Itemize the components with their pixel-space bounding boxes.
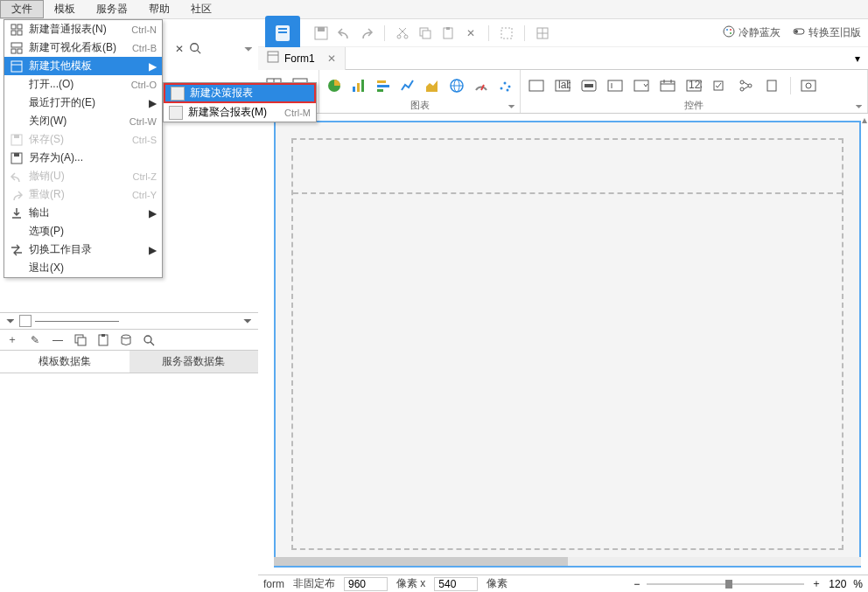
status-width-input[interactable]: 960 bbox=[344, 577, 388, 591]
svg-rect-32 bbox=[423, 31, 430, 38]
svg-line-21 bbox=[150, 342, 154, 345]
close-icon[interactable]: ✕ bbox=[175, 43, 184, 55]
menu-close[interactable]: 关闭(W) Ctrl-W bbox=[4, 112, 162, 130]
menu-file[interactable]: 文件 bbox=[0, 0, 44, 18]
tab-form1[interactable]: Form1 ✕ bbox=[258, 47, 346, 70]
zoom-out-icon[interactable]: − bbox=[634, 578, 640, 590]
widget-dropdown-icon[interactable] bbox=[633, 77, 650, 94]
scrollbar-thumb[interactable] bbox=[274, 557, 568, 566]
cut-icon[interactable] bbox=[394, 24, 411, 42]
design-canvas[interactable] bbox=[274, 121, 861, 568]
database-icon[interactable] bbox=[119, 333, 133, 347]
widget-checkbox-icon[interactable] bbox=[711, 77, 729, 94]
scatter-icon[interactable] bbox=[498, 77, 514, 94]
zoom-slider-knob[interactable] bbox=[725, 580, 732, 589]
save-icon[interactable] bbox=[312, 24, 330, 42]
stacked-bar-icon[interactable] bbox=[375, 77, 391, 94]
redo-icon[interactable] bbox=[358, 24, 375, 42]
scroll-up-icon[interactable]: ▴ bbox=[862, 114, 867, 126]
widget-label-icon[interactable]: lab bbox=[554, 77, 571, 94]
widget-tree-icon[interactable] bbox=[738, 77, 755, 94]
search-icon[interactable] bbox=[189, 42, 201, 57]
svg-rect-55 bbox=[361, 80, 364, 92]
gauge-icon[interactable] bbox=[473, 77, 489, 94]
tab-overflow-icon[interactable]: ▾ bbox=[850, 52, 864, 66]
menu-save-as[interactable]: 另存为(A)... bbox=[4, 149, 162, 167]
menu-recent[interactable]: 最近打开的(E) ▶ bbox=[4, 94, 162, 112]
menu-template[interactable]: 模板 bbox=[44, 0, 86, 18]
close-icon[interactable]: ✕ bbox=[327, 52, 336, 65]
delete-icon[interactable]: ✕ bbox=[462, 24, 480, 42]
copy-icon[interactable] bbox=[416, 24, 434, 42]
page-body-area[interactable] bbox=[293, 192, 842, 548]
select-all-icon[interactable] bbox=[498, 24, 515, 42]
menu-help[interactable]: 帮助 bbox=[138, 0, 180, 18]
edit-icon[interactable]: ✎ bbox=[28, 333, 42, 347]
paste-icon[interactable] bbox=[96, 333, 110, 347]
vertical-scrollbar[interactable]: ▴ bbox=[861, 114, 868, 557]
widget-rect-icon[interactable] bbox=[528, 77, 545, 94]
copy-icon[interactable] bbox=[74, 333, 88, 347]
globe-icon[interactable] bbox=[449, 77, 465, 94]
area-chart-icon[interactable] bbox=[424, 77, 440, 94]
menu-export[interactable]: 输出 ▶ bbox=[4, 204, 162, 222]
status-height-input[interactable]: 540 bbox=[434, 577, 478, 591]
menu-new-other[interactable]: 新建其他模板 ▶ bbox=[4, 57, 162, 75]
grid-icon[interactable] bbox=[534, 24, 551, 42]
widget-file-icon[interactable] bbox=[764, 77, 781, 94]
undo-icon[interactable] bbox=[335, 24, 353, 42]
switch-old-button[interactable]: 转换至旧版 bbox=[789, 25, 864, 40]
menu-community[interactable]: 社区 bbox=[180, 0, 222, 18]
svg-rect-54 bbox=[357, 83, 360, 92]
menu-server[interactable]: 服务器 bbox=[86, 0, 138, 18]
svg-point-90 bbox=[806, 83, 811, 88]
widget-date-icon[interactable] bbox=[659, 77, 676, 94]
submenu-decision-report[interactable]: 新建决策报表 bbox=[164, 83, 316, 103]
redo-icon bbox=[10, 188, 24, 202]
svg-rect-3 bbox=[18, 24, 22, 29]
widget-preview-icon[interactable] bbox=[800, 77, 817, 94]
line-chart-icon[interactable] bbox=[400, 77, 416, 94]
dataset-tabs: 模板数据集 服务器数据集 bbox=[0, 351, 258, 373]
widget-input-icon[interactable] bbox=[606, 77, 624, 94]
bar-chart-icon[interactable] bbox=[351, 77, 367, 94]
menu-undo-label: 撤销(U) bbox=[29, 169, 133, 184]
empty-icon bbox=[10, 115, 24, 129]
horizontal-scrollbar[interactable] bbox=[274, 557, 861, 566]
svg-point-39 bbox=[724, 26, 734, 37]
svg-rect-4 bbox=[11, 31, 16, 35]
tab-server-dataset[interactable]: 服务器数据集 bbox=[130, 351, 259, 373]
menu-new-dashboard-label: 新建可视化看板(B) bbox=[29, 40, 132, 55]
page-header-area[interactable] bbox=[291, 138, 844, 550]
widget-number-icon[interactable]: 123 bbox=[685, 77, 703, 94]
pie-chart-icon[interactable] bbox=[326, 77, 342, 94]
svg-rect-72 bbox=[584, 84, 593, 87]
menu-open[interactable]: 打开...(O) Ctrl-O bbox=[4, 75, 162, 94]
left-collapsed-row[interactable]: ⏷ ―――――――― ⏷ bbox=[0, 312, 258, 330]
widget-button-icon[interactable] bbox=[580, 77, 598, 94]
menu-new-dashboard[interactable]: 新建可视化看板(B) Ctrl-B bbox=[4, 38, 162, 57]
chevron-down-icon[interactable]: ⏷ bbox=[243, 43, 254, 55]
submenu-aggregate-report[interactable]: 新建聚合报表(M) Ctrl-M bbox=[164, 103, 316, 122]
menu-redo-label: 重做(R) bbox=[29, 187, 132, 202]
theme-button[interactable]: 冷静蓝灰 bbox=[719, 25, 784, 40]
chevron-down-icon[interactable]: ⏷ bbox=[508, 101, 516, 111]
svg-rect-58 bbox=[377, 89, 383, 92]
svg-rect-68 bbox=[529, 80, 543, 91]
chevron-down-icon[interactable]: ⏷ bbox=[855, 101, 864, 111]
svg-point-65 bbox=[504, 81, 507, 84]
delete-icon[interactable]: ― bbox=[51, 333, 65, 347]
search-icon[interactable] bbox=[142, 333, 156, 347]
svg-rect-34 bbox=[446, 27, 450, 30]
menu-switch-workdir[interactable]: 切换工作目录 ▶ bbox=[4, 240, 162, 259]
paste-icon[interactable] bbox=[439, 24, 457, 42]
zoom-slider[interactable] bbox=[647, 583, 804, 585]
zoom-in-icon[interactable]: ＋ bbox=[811, 576, 822, 591]
menu-exit[interactable]: 退出(X) bbox=[4, 259, 162, 277]
menu-new-report[interactable]: 新建普通报表(N) Ctrl-N bbox=[4, 20, 162, 38]
tab-template-dataset[interactable]: 模板数据集 bbox=[0, 351, 130, 373]
tab-form1-label: Form1 bbox=[284, 52, 315, 65]
add-icon[interactable]: ＋ bbox=[5, 333, 19, 347]
menu-options[interactable]: 选项(P) bbox=[4, 222, 162, 240]
dataset-toolbar: ＋ ✎ ― bbox=[0, 330, 258, 351]
